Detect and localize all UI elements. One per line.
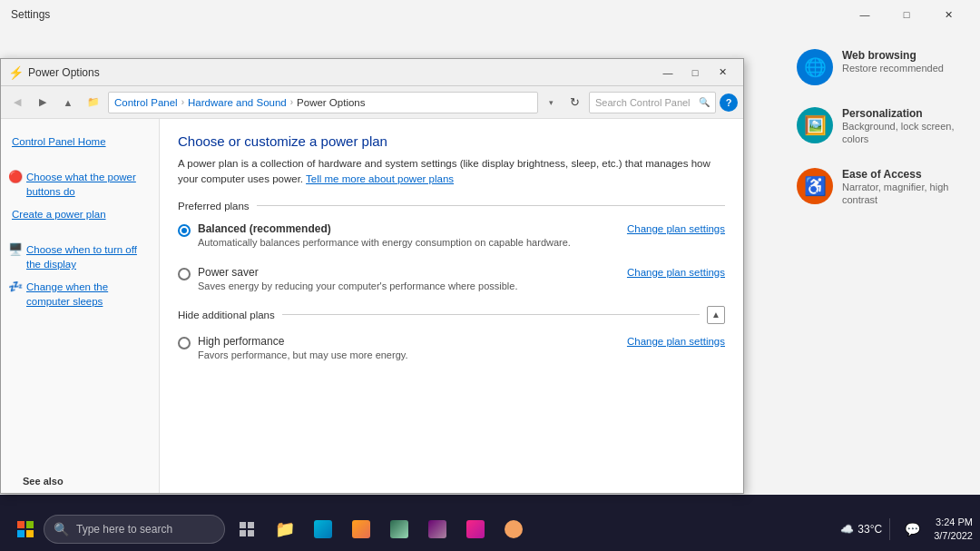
taskbar: 🔍 Type here to search 📁 [0, 507, 980, 551]
power-options-win-controls: — □ ✕ [654, 60, 736, 85]
taskbar-app-3[interactable] [381, 511, 417, 547]
breadcrumb[interactable]: Control Panel › Hardware and Sound › Pow… [108, 92, 538, 113]
balanced-plan-desc: Automatically balances performance with … [198, 237, 725, 248]
settings-minimize-btn[interactable]: — [844, 0, 886, 29]
search-icon: 🔍 [699, 97, 710, 107]
breadcrumb-control-panel[interactable]: Control Panel [114, 97, 178, 108]
power-buttons-icon: 🔴 [8, 170, 23, 184]
svg-rect-4 [240, 522, 246, 528]
taskbar-pinned-apps: 📁 [229, 511, 532, 547]
sidebar-item-turn-off-display[interactable]: 🖥️ Choose when to turn off the display [1, 239, 159, 275]
power-saver-plan-name: Power saver [198, 266, 259, 279]
sidebar-item-power-buttons[interactable]: 🔴 Choose what the power buttons do [1, 166, 159, 202]
breadcrumb-hardware-sound[interactable]: Hardware and Sound [188, 97, 287, 108]
balanced-change-link[interactable]: Change plan settings [627, 223, 725, 234]
clock-time: 3:24 PM [934, 516, 973, 529]
sidebar-link-control-panel-home[interactable]: Control Panel Home [1, 130, 159, 153]
taskbar-app-1[interactable] [305, 511, 341, 547]
svg-rect-1 [26, 521, 34, 528]
address-bar: ◀ ▶ ▲ 📁 Control Panel › Hardware and Sou… [1, 86, 743, 119]
nav-up-btn[interactable]: ▲ [57, 92, 79, 113]
hide-additional-label: Hide additional plans [178, 310, 275, 320]
balanced-radio-outer[interactable] [178, 224, 191, 237]
web-browsing-icon: 🌐 [797, 49, 833, 85]
power-options-titlebar-title: Power Options [28, 66, 654, 79]
taskbar-app-5[interactable] [457, 511, 494, 547]
store-icon [505, 520, 523, 538]
settings-win-controls: — □ ✕ [844, 0, 969, 29]
sidebar-link-create-plan[interactable]: Create a power plan [1, 202, 159, 226]
taskbar-app-4[interactable] [419, 511, 456, 547]
help-btn[interactable]: ? [720, 93, 738, 112]
high-performance-change-link[interactable]: Change plan settings [627, 336, 725, 347]
app-1-icon [314, 520, 332, 538]
taskbar-app-2[interactable] [343, 511, 379, 547]
taskbar-weather[interactable]: ☁️ 33°C [840, 523, 882, 536]
start-button[interactable] [7, 511, 44, 547]
taskbar-app-file-explorer[interactable]: 📁 [267, 511, 303, 547]
sleep-icon: 💤 [8, 280, 23, 294]
dialog-main: Choose or customize a power plan A power… [160, 119, 743, 493]
ease-of-access-label: Ease of Access [842, 168, 964, 181]
windows-logo-icon [17, 521, 34, 537]
notification-btn[interactable]: 💬 [897, 515, 926, 544]
svg-rect-3 [26, 530, 34, 537]
settings-close-btn[interactable]: ✕ [927, 0, 969, 29]
nav-forward-btn[interactable]: ▶ [32, 92, 54, 113]
breadcrumb-chevron[interactable]: ▾ [542, 92, 560, 113]
weather-temp: 33°C [858, 523, 882, 536]
taskbar-app-task-view[interactable] [229, 511, 265, 547]
sidebar-link-turn-off-display[interactable]: Choose when to turn off the display [26, 242, 152, 271]
dialog-sidebar: Control Panel Home 🔴 Choose what the pow… [1, 119, 160, 493]
web-browsing-label: Web browsing [842, 49, 944, 62]
settings-maximize-btn[interactable]: □ [886, 0, 927, 29]
main-description: A power plan is a collection of hardware… [178, 156, 725, 188]
taskbar-clock[interactable]: 3:24 PM 3/7/2022 [934, 516, 973, 544]
app-5-icon [466, 520, 485, 538]
power-options-restore-btn[interactable]: □ [681, 60, 709, 85]
file-explorer-icon: 📁 [275, 519, 295, 539]
svg-rect-2 [17, 530, 24, 537]
breadcrumb-power-options: Power Options [297, 97, 365, 108]
refresh-btn[interactable]: ↻ [564, 92, 585, 113]
power-saver-radio-outer[interactable] [178, 268, 191, 280]
high-performance-plan-desc: Favors performance, but may use more ene… [198, 349, 725, 360]
taskbar-search-box[interactable]: 🔍 Type here to search [44, 515, 225, 544]
taskbar-app-store[interactable] [495, 511, 532, 547]
power-saver-change-link[interactable]: Change plan settings [627, 267, 725, 278]
app-2-icon [352, 520, 370, 538]
power-options-close-btn[interactable]: ✕ [709, 60, 736, 85]
collapse-btn[interactable]: ▲ [707, 306, 725, 324]
svg-rect-6 [240, 530, 246, 536]
clock-date: 3/7/2022 [934, 529, 973, 543]
plan-item-balanced: Balanced (recommended) Change plan setti… [178, 219, 725, 251]
right-panel-item-web-browsing[interactable]: 🌐 Web browsing Restore recommended [789, 38, 971, 96]
search-box[interactable]: Search Control Panel 🔍 [589, 92, 716, 113]
app-3-icon [390, 520, 408, 538]
power-saver-radio[interactable] [178, 266, 191, 280]
sidebar-link-computer-sleeps[interactable]: Change when the computer sleeps [26, 280, 152, 309]
svg-rect-7 [248, 530, 254, 536]
weather-icon: ☁️ [840, 523, 854, 536]
balanced-radio[interactable] [178, 222, 191, 237]
preferred-plans-header: Preferred plans [178, 201, 725, 212]
right-panel-item-personalization[interactable]: 🖼️ Personalization Background, lock scre… [789, 96, 971, 157]
right-panel-item-ease-of-access[interactable]: ♿ Ease of Access Narrator, magnifier, hi… [789, 157, 971, 218]
plan-item-high-performance: High performance Change plan settings Fa… [178, 331, 725, 364]
learn-more-link[interactable]: Tell me more about power plans [306, 173, 454, 184]
web-browsing-sublabel: Restore recommended [842, 63, 944, 74]
personalization-sublabel: Background, lock screen, colors [842, 121, 955, 144]
high-performance-plan-name: High performance [198, 335, 284, 348]
sidebar-link-user-accounts[interactable]: User Accounts [12, 492, 148, 493]
power-options-titlebar: ⚡ Power Options — □ ✕ [1, 59, 743, 86]
high-performance-radio[interactable] [178, 335, 191, 349]
sidebar-link-power-buttons[interactable]: Choose what the power buttons do [26, 170, 152, 199]
breadcrumb-sep-2: › [290, 97, 293, 107]
power-saver-plan-desc: Saves energy by reducing your computer's… [198, 280, 725, 291]
settings-title: Settings [11, 8, 50, 21]
sidebar-item-computer-sleeps[interactable]: 💤 Change when the computer sleeps [1, 276, 159, 312]
power-options-minimize-btn[interactable]: — [654, 60, 681, 85]
high-performance-radio-outer[interactable] [178, 337, 191, 349]
nav-back-btn[interactable]: ◀ [6, 92, 28, 113]
svg-rect-0 [17, 521, 24, 528]
